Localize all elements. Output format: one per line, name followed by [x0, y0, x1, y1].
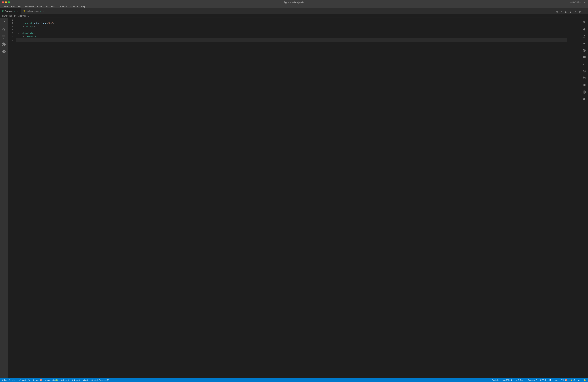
status-git-errors[interactable]: ⊗ 0 ⚠ 0 [71, 379, 80, 381]
right-panel-globe-icon[interactable] [581, 89, 588, 95]
split-editor-button[interactable]: ⊞ [555, 10, 559, 14]
activity-run-debug-icon[interactable] [1, 48, 7, 55]
eye-icon: 👁 [91, 379, 93, 381]
menu-view[interactable]: View [36, 5, 43, 8]
eq-1: = [46, 22, 48, 25]
fold-arrow-5[interactable]: ▶ [18, 32, 19, 35]
status-to-rem[interactable]: to-rem ✕ [33, 379, 43, 381]
uno-magic-ok-icon: ✓ [55, 379, 58, 381]
menu-help[interactable]: Help [80, 5, 87, 8]
tag-close-2: > [34, 25, 35, 28]
status-unocss[interactable]: UnoCSS: 0 [501, 379, 512, 381]
status-notifications[interactable]: 🔔 [583, 379, 587, 381]
play-button[interactable]: ⏵ [569, 10, 573, 14]
right-panel-settings-bottom-icon[interactable] [581, 96, 588, 102]
status-githd[interactable]: 👁 gittd: Express Off [90, 379, 110, 381]
breadcrumb-playground[interactable]: playground [2, 15, 12, 17]
breadcrumb-appvue[interactable]: App.vue [18, 15, 26, 17]
status-go-live[interactable]: ⚡ Go Live [570, 379, 581, 381]
code-content[interactable]: <script setup lang="ts"> </script> ▶ <te… [16, 18, 567, 378]
vitest-label: Vitest [83, 379, 88, 381]
more-actions-button[interactable]: ··· [583, 10, 587, 14]
window-title: App.vue — lazy-js-utils [284, 1, 304, 3]
line-num-1: 1 [8, 18, 15, 22]
status-vitest[interactable]: Vitest [82, 379, 89, 381]
tab-package-json-close[interactable]: × [42, 10, 45, 12]
title-bar-center: App.vue — lazy-js-utils [284, 1, 304, 3]
right-panel-chat-icon[interactable] [581, 54, 588, 61]
open-editors-button[interactable]: ⊡ [560, 10, 564, 14]
eol-label: LF [549, 379, 551, 381]
status-branch[interactable]: ⎇ master ↻ [18, 379, 31, 381]
tab-package-json[interactable]: { } package.json M × [21, 8, 47, 14]
minimize-button[interactable] [5, 1, 7, 3]
breadcrumb-ellipsis[interactable]: ... [28, 15, 29, 17]
status-line-col[interactable]: Ln 6, Col 1 [514, 379, 525, 381]
to-rem-label: to-rem [33, 379, 39, 381]
menu-go[interactable]: Go [44, 5, 49, 8]
right-panel-layout-icon[interactable] [581, 82, 588, 88]
tab-bar-actions: ⊞ ⊡ ▶ ⏵ ⊟ ⊞ ··· [553, 10, 588, 14]
activity-git-icon[interactable] [1, 34, 7, 40]
encoding-label: UTF-8 [540, 379, 546, 381]
status-eol[interactable]: LF [548, 379, 552, 381]
title-bar-right: 11月4日 周一 12:45 [570, 1, 586, 4]
code-line-1 [16, 18, 567, 22]
git-warning-icon: ⚠ [76, 379, 78, 381]
lang-attr: lang [40, 22, 46, 25]
run-button[interactable]: ▶ [564, 10, 568, 14]
code-line-6: </template> [16, 35, 567, 38]
tag-close-4: > [36, 35, 38, 38]
activity-files-icon[interactable] [1, 19, 7, 26]
activity-search-icon[interactable] [1, 26, 7, 33]
tab-app-vue-close[interactable]: × [16, 10, 19, 12]
right-panel-notification-icon[interactable] [581, 26, 588, 33]
tag-open-1: < [23, 22, 24, 25]
status-uno-magic[interactable]: uno-magic ✓ [45, 379, 58, 381]
breadcrumb-src[interactable]: src [14, 15, 16, 17]
status-language[interactable]: English [491, 379, 499, 381]
tab-app-vue[interactable]: ⬡ App.vue M × [0, 8, 21, 14]
right-panel-world-icon[interactable] [581, 47, 588, 54]
status-spaces[interactable]: Spaces: 2 [527, 379, 537, 381]
script-tag: script [24, 22, 32, 25]
right-panel-calendar-icon[interactable] [581, 75, 588, 81]
menu-run[interactable]: Run [50, 5, 57, 8]
right-panel-history-icon[interactable] [581, 68, 588, 74]
right-panel-pin-icon[interactable]: ● [581, 40, 588, 47]
grid-button[interactable]: ⊞ [578, 10, 582, 14]
menu-code[interactable]: Code [1, 5, 9, 8]
status-errors[interactable]: ⊗ 0 ⚠ 0 [60, 379, 69, 381]
close-button[interactable] [2, 1, 4, 3]
code-line-7 [16, 38, 567, 42]
th-error-icon: ✕ [565, 379, 567, 381]
menu-file[interactable]: File [10, 5, 16, 8]
menu-edit[interactable]: Edit [17, 5, 23, 8]
layout-button[interactable]: ⊟ [573, 10, 577, 14]
unocss-label: UnoCSS: 0 [502, 379, 512, 381]
code-editor[interactable]: 1 2 3 4 5 6 7 <script setup lang="ts"> <… [8, 18, 580, 378]
line-num-2: 2 [8, 22, 15, 25]
menu-terminal[interactable]: Terminal [57, 5, 68, 8]
tag-close-3: > [34, 32, 35, 35]
status-project[interactable]: ✕ Lazy Js Utils [1, 379, 16, 381]
maximize-button[interactable] [8, 1, 10, 3]
tag-close-1: > [53, 22, 54, 25]
status-encoding[interactable]: UTF-8 [539, 379, 546, 381]
status-th[interactable]: TH ✕ [561, 379, 567, 381]
setup-attr: setup [32, 22, 40, 25]
menu-selection[interactable]: Selection [23, 5, 35, 8]
right-panel-search-icon[interactable] [581, 19, 588, 26]
status-right: English UnoCSS: 0 Ln 6, Col 1 Spaces: 2 … [491, 379, 587, 381]
right-panel-git-icon[interactable] [581, 61, 588, 67]
menu-window[interactable]: Window [69, 5, 79, 8]
status-file-type[interactable]: vue [554, 379, 559, 381]
right-panel-avatar-icon[interactable] [581, 33, 588, 40]
status-project-label: Lazy Js Utils [4, 379, 15, 381]
tag-open-2: </ [23, 25, 26, 28]
tag-open-3: < [22, 32, 23, 35]
title-bar: App.vue — lazy-js-utils 11月4日 周一 12:45 [0, 0, 588, 5]
activity-extensions-icon[interactable] [1, 41, 7, 48]
line-num-5: 5 [8, 32, 15, 35]
code-line-5: ▶ <template> [16, 32, 567, 35]
